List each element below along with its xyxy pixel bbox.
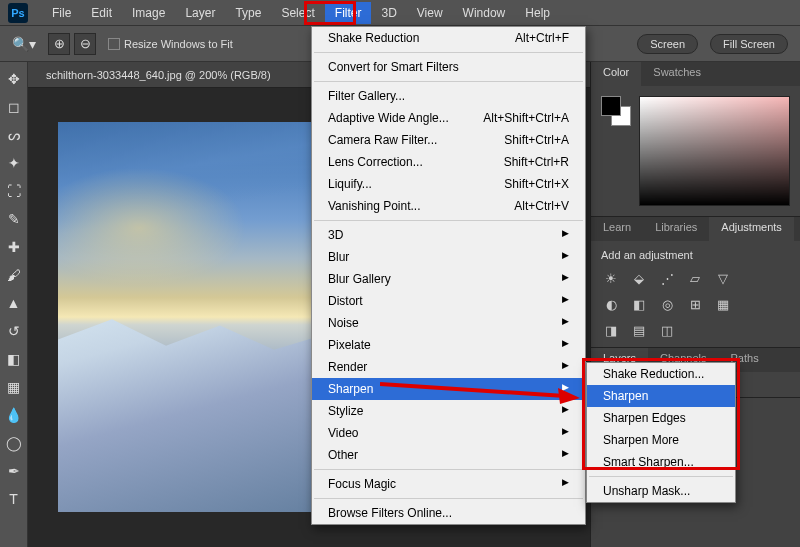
filter-item-stylize[interactable]: Stylize▶ <box>312 400 585 422</box>
vibrance-icon[interactable]: ▽ <box>713 269 733 287</box>
gradient-tool[interactable]: ▦ <box>3 376 25 398</box>
filter-item-convert-for-smart-filters[interactable]: Convert for Smart Filters <box>312 56 585 78</box>
filter-item-distort[interactable]: Distort▶ <box>312 290 585 312</box>
filter-item-other[interactable]: Other▶ <box>312 444 585 466</box>
filter-item-focus-magic[interactable]: Focus Magic▶ <box>312 473 585 495</box>
lookup-icon[interactable]: ▦ <box>713 295 733 313</box>
curves-icon[interactable]: ⋰ <box>657 269 677 287</box>
hue-icon[interactable]: ◐ <box>601 295 621 313</box>
fit-screen-button[interactable]: Screen <box>637 34 698 54</box>
menu-view[interactable]: View <box>407 2 453 24</box>
threshold-icon[interactable]: ◫ <box>657 321 677 339</box>
checkbox-icon <box>108 38 120 50</box>
tab-color[interactable]: Color <box>591 62 641 86</box>
crop-tool[interactable]: ⛶ <box>3 180 25 202</box>
color-swatches[interactable] <box>601 96 631 126</box>
sharpen-item-smart-sharpen-[interactable]: Smart Sharpen... <box>587 451 735 473</box>
brightness-icon[interactable]: ☀ <box>601 269 621 287</box>
brush-tool[interactable]: 🖌 <box>3 264 25 286</box>
adjustments-title: Add an adjustment <box>601 249 790 261</box>
sharpen-item-shake-reduction-[interactable]: Shake Reduction... <box>587 363 735 385</box>
magic-wand-tool[interactable]: ✦ <box>3 152 25 174</box>
filter-item-pixelate[interactable]: Pixelate▶ <box>312 334 585 356</box>
filter-item-render[interactable]: Render▶ <box>312 356 585 378</box>
filter-item-filter-gallery-[interactable]: Filter Gallery... <box>312 85 585 107</box>
filter-item-video[interactable]: Video▶ <box>312 422 585 444</box>
stamp-tool[interactable]: ▲ <box>3 292 25 314</box>
zoom-in-button[interactable]: ⊕ <box>48 33 70 55</box>
menu-type[interactable]: Type <box>225 2 271 24</box>
mixer-icon[interactable]: ⊞ <box>685 295 705 313</box>
levels-icon[interactable]: ⬙ <box>629 269 649 287</box>
zoom-out-button[interactable]: ⊖ <box>74 33 96 55</box>
menubar: Ps FileEditImageLayerTypeSelectFilter3DV… <box>0 0 800 26</box>
eyedropper-tool[interactable]: ✎ <box>3 208 25 230</box>
document-title: schilthorn-3033448_640.jpg @ 200% (RGB/8… <box>46 69 271 81</box>
eraser-tool[interactable]: ◧ <box>3 348 25 370</box>
menu-file[interactable]: File <box>42 2 81 24</box>
healing-tool[interactable]: ✚ <box>3 236 25 258</box>
filter-item-vanishing-point-[interactable]: Vanishing Point...Alt+Ctrl+V <box>312 195 585 217</box>
filter-item-camera-raw-filter-[interactable]: Camera Raw Filter...Shift+Ctrl+A <box>312 129 585 151</box>
tab-learn[interactable]: Learn <box>591 217 643 241</box>
invert-icon[interactable]: ◨ <box>601 321 621 339</box>
filter-item-adaptive-wide-angle-[interactable]: Adaptive Wide Angle...Alt+Shift+Ctrl+A <box>312 107 585 129</box>
menu-image[interactable]: Image <box>122 2 175 24</box>
filter-menu-dropdown: Shake ReductionAlt+Ctrl+FConvert for Sma… <box>311 26 586 525</box>
filter-item-blur-gallery[interactable]: Blur Gallery▶ <box>312 268 585 290</box>
filter-item--d[interactable]: 3D▶ <box>312 224 585 246</box>
type-tool[interactable]: T <box>3 488 25 510</box>
menu-help[interactable]: Help <box>515 2 560 24</box>
sharpen-submenu: Shake Reduction...SharpenSharpen EdgesSh… <box>586 362 736 503</box>
menu-filter[interactable]: Filter <box>325 2 372 24</box>
move-tool[interactable]: ✥ <box>3 68 25 90</box>
tab-adjustments[interactable]: Adjustments <box>709 217 794 241</box>
photo-filter-icon[interactable]: ◎ <box>657 295 677 313</box>
zoom-tool-icon[interactable]: 🔍▾ <box>12 36 36 52</box>
pen-tool[interactable]: ✒ <box>3 460 25 482</box>
history-brush-tool[interactable]: ↺ <box>3 320 25 342</box>
canvas-image[interactable] <box>58 122 328 512</box>
tab-libraries[interactable]: Libraries <box>643 217 709 241</box>
app-logo: Ps <box>8 3 28 23</box>
menu-3d[interactable]: 3D <box>371 2 406 24</box>
menu-edit[interactable]: Edit <box>81 2 122 24</box>
lasso-tool[interactable]: ᔕ <box>3 124 25 146</box>
menu-layer[interactable]: Layer <box>175 2 225 24</box>
resize-windows-checkbox[interactable]: Resize Windows to Fit <box>108 38 233 50</box>
filter-item-shake-reduction[interactable]: Shake ReductionAlt+Ctrl+F <box>312 27 585 49</box>
blur-tool[interactable]: 💧 <box>3 404 25 426</box>
sharpen-item-unsharp-mask-[interactable]: Unsharp Mask... <box>587 480 735 502</box>
color-picker[interactable] <box>639 96 790 206</box>
filter-item-lens-correction-[interactable]: Lens Correction...Shift+Ctrl+R <box>312 151 585 173</box>
resize-label: Resize Windows to Fit <box>124 38 233 50</box>
tab-swatches[interactable]: Swatches <box>641 62 713 86</box>
fill-screen-button[interactable]: Fill Screen <box>710 34 788 54</box>
bw-icon[interactable]: ◧ <box>629 295 649 313</box>
fg-color-swatch[interactable] <box>601 96 621 116</box>
menu-window[interactable]: Window <box>453 2 516 24</box>
sharpen-item-sharpen[interactable]: Sharpen <box>587 385 735 407</box>
filter-item-browse-filters-online-[interactable]: Browse Filters Online... <box>312 502 585 524</box>
filter-item-blur[interactable]: Blur▶ <box>312 246 585 268</box>
exposure-icon[interactable]: ▱ <box>685 269 705 287</box>
filter-item-sharpen[interactable]: Sharpen▶ <box>312 378 585 400</box>
marquee-tool[interactable]: ◻ <box>3 96 25 118</box>
sharpen-item-sharpen-edges[interactable]: Sharpen Edges <box>587 407 735 429</box>
sharpen-item-sharpen-more[interactable]: Sharpen More <box>587 429 735 451</box>
tools-panel: ✥ ◻ ᔕ ✦ ⛶ ✎ ✚ 🖌 ▲ ↺ ◧ ▦ 💧 ◯ ✒ T <box>0 62 28 547</box>
dodge-tool[interactable]: ◯ <box>3 432 25 454</box>
filter-item-liquify-[interactable]: Liquify...Shift+Ctrl+X <box>312 173 585 195</box>
filter-item-noise[interactable]: Noise▶ <box>312 312 585 334</box>
posterize-icon[interactable]: ▤ <box>629 321 649 339</box>
menu-select[interactable]: Select <box>271 2 324 24</box>
